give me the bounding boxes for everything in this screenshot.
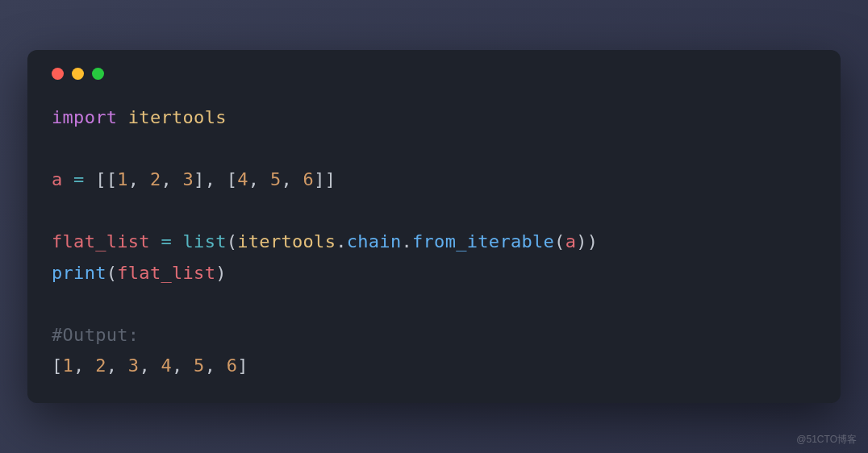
- comment-output: #Output:: [52, 325, 139, 345]
- num-6: 6: [303, 169, 315, 189]
- op-eq: =: [73, 169, 85, 189]
- num-3: 3: [128, 355, 140, 376]
- code-window: import itertools a = [[1, 2, 3], [4, 5, …: [27, 50, 841, 403]
- comma: ,: [139, 355, 150, 376]
- keyword-import: import: [52, 107, 117, 127]
- var-flat-list: flat_list: [117, 263, 215, 283]
- paren-open: (: [227, 231, 238, 251]
- num-2: 2: [150, 169, 161, 189]
- var-a: a: [52, 169, 63, 189]
- code-block: import itertools a = [[1, 2, 3], [4, 5, …: [52, 102, 816, 382]
- num-6: 6: [227, 355, 238, 376]
- minimize-icon[interactable]: [72, 68, 84, 80]
- op-eq: =: [161, 231, 172, 251]
- comma: ,: [128, 169, 140, 189]
- bracket-open: [: [52, 355, 63, 376]
- num-1: 1: [63, 355, 74, 376]
- comma: ,: [161, 169, 172, 189]
- close-icon[interactable]: [52, 68, 64, 80]
- meth-chain: chain: [347, 231, 402, 251]
- module-itertools: itertools: [128, 107, 227, 127]
- comma: ,: [205, 355, 216, 376]
- num-1: 1: [117, 169, 128, 189]
- bracket-close: ]]: [314, 169, 336, 189]
- fn-print: print: [52, 263, 106, 283]
- comma: ,: [172, 355, 183, 376]
- bracket-close: ]: [237, 355, 248, 376]
- num-5: 5: [194, 355, 205, 376]
- paren-close: ): [215, 263, 227, 283]
- bracket-mid: ], [: [194, 169, 237, 189]
- dot: .: [401, 231, 412, 251]
- dot: .: [336, 231, 347, 251]
- var-a: a: [565, 231, 577, 251]
- comma: ,: [281, 169, 292, 189]
- num-2: 2: [95, 355, 106, 376]
- traffic-lights: [52, 68, 816, 80]
- num-4: 4: [237, 169, 248, 189]
- comma: ,: [73, 355, 85, 376]
- paren-open: (: [554, 231, 565, 251]
- bracket-open: [[: [95, 169, 117, 189]
- comma: ,: [248, 169, 260, 189]
- obj-itertools: itertools: [237, 231, 336, 251]
- comma: ,: [106, 355, 118, 376]
- num-3: 3: [183, 169, 194, 189]
- maximize-icon[interactable]: [92, 68, 104, 80]
- var-flat-list: flat_list: [52, 231, 150, 251]
- meth-from-iterable: from_iterable: [412, 231, 554, 251]
- num-5: 5: [270, 169, 282, 189]
- watermark: @51CTO博客: [796, 433, 857, 447]
- fn-list: list: [183, 231, 227, 251]
- paren-open: (: [106, 263, 118, 283]
- num-4: 4: [161, 355, 172, 376]
- paren-close: )): [576, 231, 598, 251]
